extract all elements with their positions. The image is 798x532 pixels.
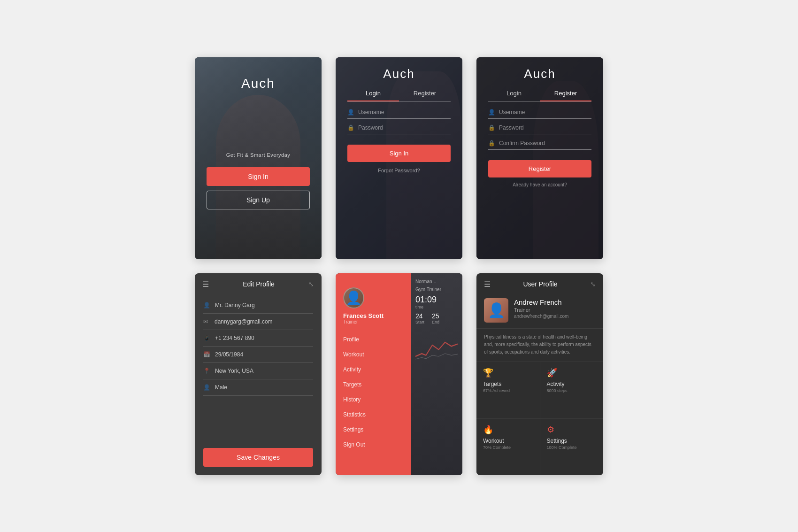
- userprofile-expand-icon[interactable]: ⤡: [590, 280, 596, 288]
- forgot-password-link[interactable]: Forgot Password?: [378, 168, 420, 173]
- stats-grid: 🏆 Targets 67% Achieved 🚀 Activity 8000 s…: [476, 362, 603, 475]
- user-avatar: [484, 298, 508, 323]
- stat-activity-name: Activity: [547, 381, 565, 387]
- preview-time-label: time: [415, 305, 458, 309]
- preview-start: 24: [415, 312, 424, 320]
- main-panel-preview: Norman L Gym Trainer 01:09 time 24 Start…: [411, 273, 462, 475]
- location-icon: 📍: [203, 368, 210, 374]
- save-changes-button[interactable]: Save Changes: [203, 448, 313, 467]
- sidebar-panel: Frances Scott Trainer Profile Workout Ac…: [336, 273, 411, 475]
- location-value: New York, USA: [215, 368, 253, 374]
- user-icon: 👤: [347, 109, 354, 116]
- preview-time: 01:09: [415, 295, 458, 305]
- phone-value: +1 234 567 890: [215, 335, 254, 341]
- register-tab-row: Login Register: [488, 86, 591, 102]
- profile-form: 👤 Mr. Danny Garg ✉ dannygarg@gmail.com 📱…: [195, 293, 322, 441]
- save-btn-container: Save Changes: [195, 441, 322, 475]
- bio-text: Physical fitness is a state of health an…: [484, 333, 596, 356]
- sidebar-user-name: Frances Scott: [343, 312, 403, 319]
- reg-username-input[interactable]: [499, 109, 591, 116]
- editprofile-header: ☰ Edit Profile ⤡: [195, 273, 322, 293]
- field-name[interactable]: 👤 Mr. Danny Garg: [203, 297, 313, 314]
- stat-settings-sub: 100% Complete: [547, 445, 577, 450]
- card-menu: Frances Scott Trainer Profile Workout Ac…: [336, 273, 462, 475]
- card-register: Auch Login Register 👤 🔒 🔒 Register Alrea…: [476, 57, 603, 259]
- signin-button[interactable]: Sign In: [347, 145, 451, 162]
- userprofile-hamburger-icon[interactable]: ☰: [484, 280, 491, 289]
- user-role: Trainer: [514, 307, 568, 313]
- username-input[interactable]: [358, 109, 451, 116]
- gear-icon: ⚙: [547, 424, 554, 435]
- user-email: andrewfrench@gmail.com: [514, 314, 568, 319]
- phone-icon: 📱: [203, 335, 210, 341]
- already-account-link[interactable]: Already have an account?: [513, 182, 567, 187]
- card-login: Auch Login Register 👤 🔒 Sign In Forgot P…: [336, 57, 462, 259]
- email-icon: ✉: [203, 318, 210, 325]
- password-field[interactable]: 🔒: [347, 124, 451, 134]
- reg-confirm-field[interactable]: 🔒: [488, 140, 591, 150]
- tab-login[interactable]: Login: [347, 86, 399, 101]
- user-info-section: Andrew French Trainer andrewfrench@gmail…: [476, 293, 603, 329]
- preview-end: 25: [432, 312, 439, 320]
- stat-settings-name: Settings: [547, 438, 567, 444]
- nav-signout[interactable]: Sign Out: [336, 437, 411, 452]
- field-gender[interactable]: 👤 Male: [203, 379, 313, 396]
- userprofile-header-bar: ☰ User Profile ⤡: [476, 273, 603, 293]
- stat-targets-sub: 67% Achieved: [483, 388, 510, 393]
- user-name: Andrew French: [514, 298, 568, 306]
- stat-targets-name: Targets: [483, 381, 501, 387]
- card-editprofile: ☰ Edit Profile ⤡ 👤 Mr. Danny Garg ✉ dann…: [195, 273, 322, 475]
- bio-section: Physical fitness is a state of health an…: [476, 329, 603, 362]
- tab-register[interactable]: Register: [399, 86, 451, 101]
- nav-profile[interactable]: Profile: [336, 332, 411, 347]
- reg-user-icon: 👤: [488, 109, 495, 116]
- mini-chart: [415, 334, 458, 362]
- nav-statistics[interactable]: Statistics: [336, 407, 411, 422]
- username-field[interactable]: 👤: [347, 109, 451, 119]
- rocket-icon: 🚀: [547, 368, 557, 378]
- field-location[interactable]: 📍 New York, USA: [203, 363, 313, 379]
- tab-login-reg[interactable]: Login: [488, 86, 540, 101]
- stat-workout-name: Workout: [483, 438, 504, 444]
- nav-activity[interactable]: Activity: [336, 362, 411, 377]
- card-landing: Auch Get Fit & Smart Everyday Sign In Si…: [195, 57, 322, 259]
- reg-password-input[interactable]: [499, 124, 591, 131]
- reg-password-field[interactable]: 🔒: [488, 124, 591, 134]
- name-value: Mr. Danny Garg: [215, 302, 255, 308]
- expand-icon[interactable]: ⤡: [308, 280, 314, 288]
- nav-targets[interactable]: Targets: [336, 377, 411, 392]
- hamburger-icon[interactable]: ☰: [202, 280, 209, 289]
- preview-start-label: Start: [415, 320, 424, 324]
- editprofile-title: Edit Profile: [209, 280, 308, 288]
- field-phone[interactable]: 📱 +1 234 567 890: [203, 330, 313, 347]
- stat-settings[interactable]: ⚙ Settings 100% Complete: [540, 419, 604, 475]
- nav-history[interactable]: History: [336, 392, 411, 407]
- sidebar-avatar: [343, 287, 364, 308]
- stat-activity-sub: 8000 steps: [547, 388, 568, 393]
- user-details: Andrew French Trainer andrewfrench@gmail…: [514, 298, 568, 319]
- tab-register-active[interactable]: Register: [540, 86, 591, 101]
- field-email[interactable]: ✉ dannygarg@gmail.com: [203, 314, 313, 330]
- landing-signin-button[interactable]: Sign In: [207, 167, 310, 186]
- reg-lock-icon: 🔒: [488, 124, 495, 131]
- landing-signup-button[interactable]: Sign Up: [207, 191, 310, 209]
- userprofile-title: User Profile: [491, 280, 590, 288]
- login-tab-row: Login Register: [347, 86, 451, 102]
- nav-workout[interactable]: Workout: [336, 347, 411, 362]
- stat-activity[interactable]: 🚀 Activity 8000 steps: [540, 362, 604, 418]
- register-button[interactable]: Register: [488, 160, 591, 177]
- name-icon: 👤: [203, 302, 210, 308]
- gender-value: Male: [215, 384, 227, 391]
- preview-username: Norman L: [415, 279, 458, 284]
- lock-icon: 🔒: [347, 124, 354, 131]
- field-dob[interactable]: 📅 29/05/1984: [203, 347, 313, 363]
- stat-targets[interactable]: 🏆 Targets 67% Achieved: [476, 362, 540, 418]
- preview-user-role: Gym Trainer: [415, 287, 458, 292]
- preview-end-label: End: [432, 320, 439, 324]
- stat-workout[interactable]: 🔥 Workout 70% Complete: [476, 419, 540, 475]
- reg-username-field[interactable]: 👤: [488, 109, 591, 119]
- password-input[interactable]: [358, 124, 451, 131]
- gender-icon: 👤: [203, 384, 210, 391]
- nav-settings[interactable]: Settings: [336, 422, 411, 437]
- reg-confirm-input[interactable]: [499, 140, 591, 146]
